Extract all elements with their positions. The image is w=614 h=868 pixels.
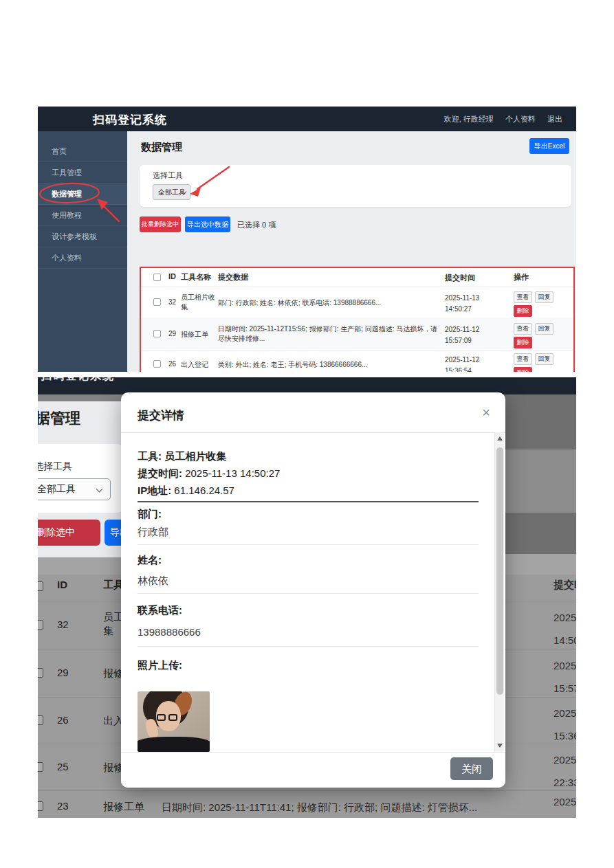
scrollbar-thumb[interactable] xyxy=(496,447,503,695)
photo-glasses xyxy=(168,714,177,721)
field-tool: 工具: 员工相片收集 xyxy=(138,450,226,463)
export-excel-button[interactable]: 导出Excel xyxy=(529,138,569,154)
col-time: 提交时间 xyxy=(445,272,493,283)
nav-profile-link[interactable]: 个人资料 xyxy=(505,115,536,123)
label-dept: 部门: xyxy=(138,508,162,521)
filter-card: 选择工具 全部工具 xyxy=(140,165,571,207)
photo-shoulders xyxy=(138,737,210,752)
fragment-top-band xyxy=(38,394,122,401)
row-checkbox xyxy=(38,668,43,678)
row-checkbox[interactable] xyxy=(153,330,161,337)
view-button[interactable]: 查看 xyxy=(514,323,532,335)
row-checkbox xyxy=(38,620,43,630)
delete-button[interactable]: 删除 xyxy=(514,367,532,372)
cell-actions: 查看回复 删除 xyxy=(514,291,556,317)
table-row: 29 报修工单 日期时间: 2025-11-12T15:56; 报修部门: 生产… xyxy=(141,318,573,350)
photo-glasses xyxy=(157,714,166,721)
cell-data: 日期时间: 2025-11-12T15:56; 报修部门: 生产部; 问题描述:… xyxy=(218,324,443,344)
sidebar-item-tutorial[interactable]: 使用教程 xyxy=(38,205,127,226)
scroll-down-icon[interactable] xyxy=(497,744,503,748)
nav-logout-link[interactable]: 退出 xyxy=(547,115,562,123)
main-content: 数据管理 导出Excel 选择工具 全部工具 批量删除选中 导出选中数据 已选择… xyxy=(127,131,576,372)
cell-tool: 员工相片收集 xyxy=(181,293,217,312)
cell-id: 23 xyxy=(57,800,69,812)
navbar-user-links: 欢迎, 行政经理 个人资料 退出 xyxy=(435,114,562,124)
app-logo: 扫码登记系统 xyxy=(41,377,115,383)
cell-id: 26 xyxy=(57,714,69,726)
cell-time: 2025-14:50 xyxy=(553,606,576,652)
modal-footer: 关闭 xyxy=(121,752,505,788)
batch-delete-button[interactable]: 批量删除选中 xyxy=(38,520,100,546)
table-row: 32 员工相片收集 部门: 行政部; 姓名: 林依依; 联系电话: 139888… xyxy=(141,287,573,318)
col-id: ID xyxy=(168,272,176,280)
sidebar-item-profile[interactable]: 个人资料 xyxy=(38,247,127,269)
tool-select[interactable]: 全部工具 xyxy=(153,184,190,200)
cell-time: 2025-11-1215:57:09 xyxy=(445,324,493,346)
sidebar-item-templates[interactable]: 设计参考模板 xyxy=(38,226,127,247)
cell-time: 2025-11:4 xyxy=(553,790,576,818)
row-checkbox xyxy=(38,715,43,725)
top-navbar: 扫码登记系统 欢迎, 行政经理 个人资料 退出 xyxy=(38,107,576,131)
divider xyxy=(138,544,479,545)
cell-data: 部门: 行政部; 姓名: 林依依; 联系电话: 13988886666... xyxy=(218,298,443,308)
app-logo: 扫码登记系统 xyxy=(93,112,167,128)
reply-button[interactable]: 回复 xyxy=(535,291,553,303)
view-button[interactable]: 查看 xyxy=(514,353,532,365)
value-dept: 行政部 xyxy=(138,526,168,539)
sidebar-item-data[interactable]: 数据管理 xyxy=(38,183,127,205)
close-icon[interactable]: × xyxy=(482,405,490,421)
modal-header: 提交详情 × xyxy=(121,392,505,433)
select-all-checkbox xyxy=(38,581,43,591)
export-selected-button[interactable]: 导出选中数据 xyxy=(185,216,230,232)
selected-count: 已选择 0 项 xyxy=(237,220,276,230)
scroll-up-icon[interactable] xyxy=(497,436,503,441)
delete-button[interactable]: 删除 xyxy=(514,305,532,317)
uploaded-photo xyxy=(138,691,210,752)
table-header: ID 工具名称 提交数据 提交时间 操作 xyxy=(141,268,573,287)
bright-fragment: 数据管理 选择工具 全部工具 批量删除选中 导出选中数据 xyxy=(38,394,122,557)
filter-card: 选择工具 全部工具 xyxy=(38,444,122,513)
cell-data: 日期时间: 2025-11-11T11:41; 报修部门: 行政部; 问题描述:… xyxy=(162,800,519,815)
cell-id: 26 xyxy=(168,360,176,368)
submissions-table: ID 工具名称 提交数据 提交时间 操作 32 员工相片收集 部门: 行政部; … xyxy=(140,267,575,372)
sidebar-item-tools[interactable]: 工具管理 xyxy=(38,162,127,183)
view-button[interactable]: 查看 xyxy=(514,291,532,303)
cell-tool: 出入登记 xyxy=(181,360,217,370)
delete-button[interactable]: 删除 xyxy=(514,337,532,348)
chevron-down-icon xyxy=(96,486,103,493)
row-checkbox[interactable] xyxy=(153,298,161,306)
cell-actions: 查看回复 删除 xyxy=(514,323,556,348)
export-selected-button[interactable]: 导出选中数据 xyxy=(105,520,122,546)
row-checkbox[interactable] xyxy=(153,360,161,368)
tool-select[interactable]: 全部工具 xyxy=(38,478,111,500)
close-button[interactable]: 关闭 xyxy=(450,757,493,780)
select-all-checkbox[interactable] xyxy=(153,274,161,281)
divider xyxy=(138,501,479,502)
cell-id: 32 xyxy=(168,298,176,306)
sidebar-item-home[interactable]: 首页 xyxy=(38,141,127,162)
cell-id: 25 xyxy=(57,761,69,772)
row-checkbox xyxy=(38,762,43,772)
cell-id: 29 xyxy=(57,667,69,678)
detail-modal: 提交详情 × 工具: 员工相片收集 提交时间: 2025-11-13 14:50… xyxy=(121,392,505,788)
modal-scrollbar[interactable] xyxy=(494,432,504,752)
page-title: 数据管理 xyxy=(38,408,122,430)
reply-button[interactable]: 回复 xyxy=(535,353,553,365)
col-id: ID xyxy=(57,579,67,590)
row-checkbox xyxy=(38,801,43,811)
col-op: 操作 xyxy=(514,272,529,282)
page-title: 数据管理 xyxy=(141,141,182,154)
cell-time: 2025-11-1215:36:54 xyxy=(445,355,493,372)
cell-time: 2025-22:33 xyxy=(553,748,576,794)
value-name: 林依依 xyxy=(138,575,168,588)
batch-delete-button[interactable]: 批量删除选中 xyxy=(140,216,181,232)
cell-actions: 查看回复 删除 xyxy=(514,353,556,372)
reply-button[interactable]: 回复 xyxy=(535,323,553,335)
document-page: 扫码登记系统 欢迎, 行政经理 个人资料 退出 首页 工具管理 数据管理 使用教… xyxy=(0,0,614,868)
label-name: 姓名: xyxy=(138,554,162,567)
screenshot-overview: 扫码登记系统 欢迎, 行政经理 个人资料 退出 首页 工具管理 数据管理 使用教… xyxy=(38,107,576,372)
field-submit-time: 提交时间: 2025-11-13 14:50:27 xyxy=(138,467,280,480)
col-data: 提交数据 xyxy=(218,272,443,282)
table-row: 26 出入登记 类别: 外出; 姓名: 老王; 手机号码: 1386666666… xyxy=(141,350,573,372)
cell-id: 29 xyxy=(168,330,176,337)
